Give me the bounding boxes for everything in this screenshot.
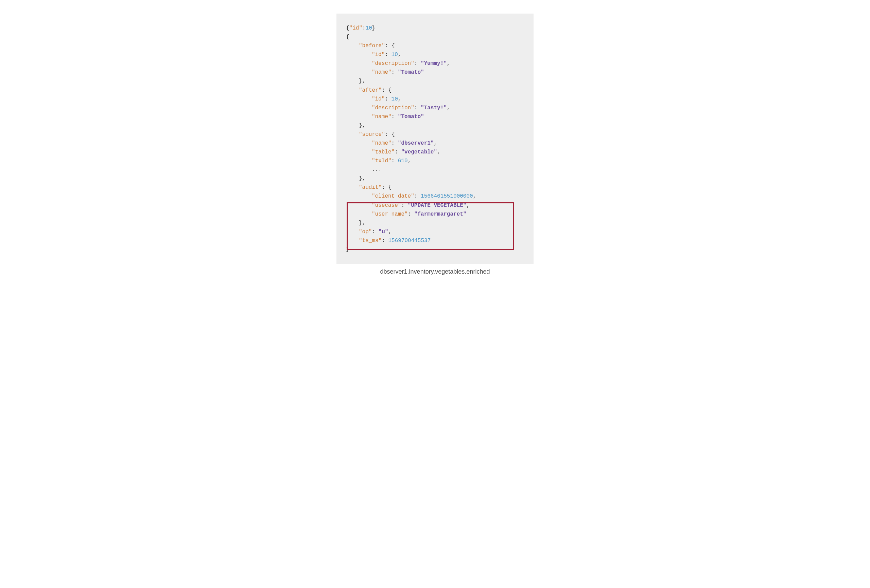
json-string: "Yummy!" bbox=[421, 61, 447, 67]
code-line: "audit": { bbox=[346, 183, 524, 192]
code-line: "name": "Tomato" bbox=[346, 68, 524, 77]
json-string: "vegetable" bbox=[401, 149, 437, 155]
ellipsis: ... bbox=[372, 167, 381, 173]
json-key: "before" bbox=[359, 43, 385, 49]
json-key: "ts_ms" bbox=[359, 238, 381, 244]
json-number: 10 bbox=[392, 96, 398, 102]
json-key: "id" bbox=[372, 52, 385, 58]
json-key: "description" bbox=[372, 105, 414, 111]
json-number: 610 bbox=[398, 158, 408, 164]
json-key: "id" bbox=[372, 96, 385, 102]
code-line: "user_name": "farmermargaret" bbox=[346, 210, 524, 219]
json-string: "Tomato" bbox=[398, 114, 424, 120]
json-key: "name" bbox=[372, 114, 392, 120]
figure-caption: dbserver1.inventory.vegetables.enriched bbox=[337, 268, 533, 275]
code-line: "op": "u", bbox=[346, 227, 524, 236]
code-line: "usecase": "UPDATE VEGETABLE", bbox=[346, 201, 524, 210]
code-line: }, bbox=[346, 219, 524, 227]
json-key: "client_date" bbox=[372, 193, 414, 199]
json-key: "name" bbox=[372, 140, 392, 146]
code-line: "id": 10, bbox=[346, 50, 524, 59]
code-line: "description": "Tasty!", bbox=[346, 104, 524, 112]
code-line: { bbox=[346, 33, 524, 42]
json-number: 1569700445537 bbox=[388, 238, 431, 244]
json-key: "id" bbox=[349, 25, 362, 31]
code-line: "id": 10, bbox=[346, 95, 524, 104]
json-key: "source" bbox=[359, 131, 385, 138]
code-line: "txId": 610, bbox=[346, 156, 524, 165]
json-string: "UPDATE VEGETABLE" bbox=[408, 202, 466, 208]
code-line: "description": "Yummy!", bbox=[346, 59, 524, 68]
json-key: "txId" bbox=[372, 158, 392, 164]
code-line: ... bbox=[346, 165, 524, 174]
code-line: "source": { bbox=[346, 130, 524, 139]
json-key: "name" bbox=[372, 69, 392, 75]
json-string: "dbserver1" bbox=[398, 140, 434, 146]
json-number: 10 bbox=[392, 52, 398, 58]
json-key: "op" bbox=[359, 229, 372, 235]
code-line: "ts_ms": 1569700445537 bbox=[346, 236, 524, 245]
json-key: "usecase" bbox=[372, 202, 401, 208]
code-line: "client_date": 1566461551000000, bbox=[346, 192, 524, 200]
code-line: "after": { bbox=[346, 86, 524, 95]
code-line: "name": "dbserver1", bbox=[346, 139, 524, 148]
json-key: "description" bbox=[372, 61, 414, 67]
json-key: "audit" bbox=[359, 184, 381, 190]
code-line: }, bbox=[346, 121, 524, 130]
code-line: "name": "Tomato" bbox=[346, 112, 524, 121]
json-number: 1566461551000000 bbox=[421, 193, 473, 199]
code-line: "table": "vegetable", bbox=[346, 148, 524, 156]
code-line: "before": { bbox=[346, 42, 524, 50]
code-line: } bbox=[346, 245, 524, 254]
json-string: "Tasty!" bbox=[421, 105, 447, 111]
json-number: 10 bbox=[366, 25, 372, 31]
code-line: {"id":10} bbox=[346, 24, 524, 33]
json-key: "after" bbox=[359, 87, 381, 94]
code-block: {"id":10} { "before": { "id": 10, "descr… bbox=[337, 13, 533, 264]
code-line: }, bbox=[346, 174, 524, 183]
json-string: "Tomato" bbox=[398, 69, 424, 75]
json-string: "farmermargaret" bbox=[414, 211, 466, 217]
json-string: "u" bbox=[378, 229, 389, 235]
code-line: }, bbox=[346, 77, 524, 86]
json-key: "table" bbox=[372, 149, 395, 155]
json-key: "user_name" bbox=[372, 211, 408, 217]
